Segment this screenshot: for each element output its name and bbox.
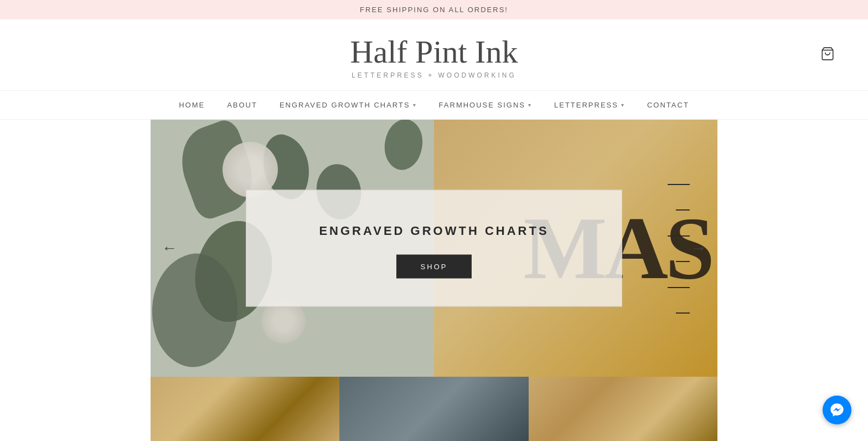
- nav-about[interactable]: ABOUT: [227, 101, 257, 109]
- main-nav: HOME ABOUT ENGRAVED GROWTH CHARTS ▾ FARM…: [0, 90, 868, 120]
- thumbnail-2[interactable]: [339, 377, 528, 441]
- nav-letterpress[interactable]: LETTERPRESS ▾: [554, 101, 625, 109]
- nav-home[interactable]: HOME: [179, 101, 205, 109]
- shop-button[interactable]: SHOP: [396, 255, 472, 279]
- nav-engraved-growth-charts[interactable]: ENGRAVED GROWTH CHARTS ▾: [280, 101, 417, 109]
- slide-title: ENGRAVED GROWTH CHARTS: [268, 224, 600, 238]
- nav-contact[interactable]: CONTACT: [647, 101, 689, 109]
- nav-farmhouse-signs[interactable]: FARMHOUSE SIGNS ▾: [439, 101, 532, 109]
- logo-script: Half Pint Ink: [350, 36, 518, 68]
- slide-overlay: ENGRAVED GROWTH CHARTS SHOP: [246, 190, 622, 307]
- chevron-down-icon: ▾: [528, 102, 532, 108]
- messenger-button[interactable]: [823, 396, 851, 424]
- promo-banner: FREE SHIPPING ON ALL ORDERS!: [0, 0, 868, 19]
- thumbnail-row: [151, 377, 717, 441]
- chevron-down-icon: ▾: [621, 102, 625, 108]
- hero-slider: MAS ← ENGRAVED GROWTH CHARTS SHOP →: [151, 120, 717, 377]
- thumbnail-1[interactable]: [151, 377, 339, 441]
- slider-prev-button[interactable]: ←: [156, 234, 183, 263]
- promo-text: FREE SHIPPING ON ALL ORDERS!: [360, 6, 508, 14]
- cart-button[interactable]: [820, 47, 835, 63]
- chevron-down-icon: ▾: [413, 102, 417, 108]
- logo-tagline: LETTERPRESS + WOODWORKING: [350, 71, 518, 79]
- thumbnail-3[interactable]: [529, 377, 717, 441]
- site-header: Half Pint Ink LETTERPRESS + WOODWORKING: [0, 19, 868, 90]
- logo[interactable]: Half Pint Ink LETTERPRESS + WOODWORKING: [350, 36, 518, 79]
- slider-next-button[interactable]: →: [685, 234, 712, 263]
